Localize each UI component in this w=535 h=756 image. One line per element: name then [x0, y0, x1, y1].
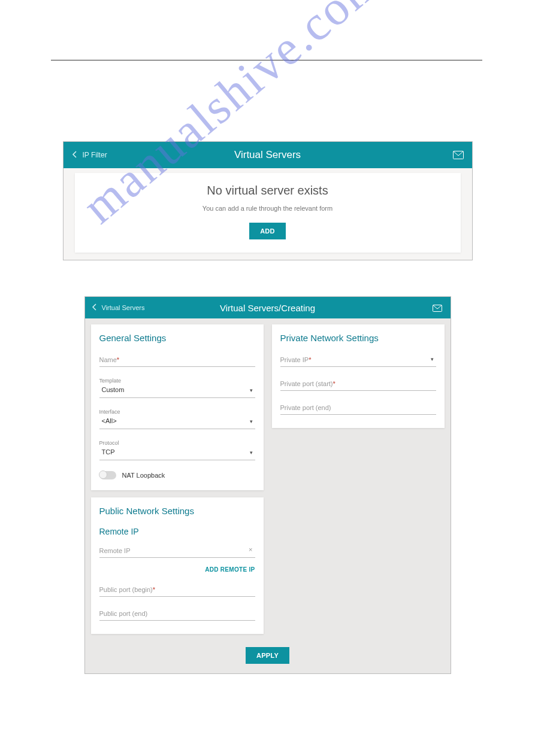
remote-ip-field[interactable]: Remote IP ×	[99, 545, 255, 558]
apply-button[interactable]: APPLY	[246, 647, 289, 664]
nat-loopback-toggle[interactable]	[99, 471, 116, 479]
remote-ip-label: Remote IP	[99, 547, 131, 554]
template-label: Template	[99, 378, 255, 384]
protocol-select[interactable]: Protocol TCP ▾	[99, 440, 255, 460]
template-value: Custom	[99, 385, 255, 396]
page-title: Virtual Servers/Creating	[220, 303, 315, 313]
empty-heading: No virtual server exists	[81, 184, 455, 198]
name-label: Name	[99, 356, 117, 363]
virtual-servers-creating-panel: Virtual Servers Virtual Servers/Creating…	[84, 296, 451, 674]
private-network-settings-card: Private Network Settings Private IP* ▾ P…	[272, 324, 445, 428]
chevron-left-icon	[72, 150, 78, 160]
mail-icon[interactable]	[433, 303, 443, 312]
back-label: Virtual Servers	[102, 304, 145, 311]
chevron-left-icon	[92, 303, 97, 312]
page-divider	[51, 60, 482, 60]
protocol-value: TCP	[99, 447, 255, 458]
private-settings-title: Private Network Settings	[280, 333, 436, 343]
private-port-end-label: Private port (end)	[280, 404, 331, 411]
private-ip-label: Private IP	[280, 356, 309, 363]
virtual-servers-panel: IP Filter Virtual Servers No virtual ser…	[63, 141, 473, 260]
nat-loopback-label: NAT Loopback	[122, 472, 165, 479]
private-port-end-field[interactable]: Private port (end)	[280, 402, 436, 415]
public-port-begin-field[interactable]: Public port (begin)*	[99, 584, 255, 597]
public-network-settings-card: Public Network Settings Remote IP Remote…	[91, 497, 264, 634]
mail-icon[interactable]	[453, 151, 464, 159]
interface-label: Interface	[99, 409, 255, 415]
required-mark: *	[333, 380, 335, 387]
empty-state-card: No virtual server exists You can add a r…	[75, 173, 461, 253]
back-label: IP Filter	[83, 151, 107, 159]
page-title: Virtual Servers	[234, 149, 301, 161]
interface-select[interactable]: Interface <All> ▾	[99, 409, 255, 429]
required-mark: *	[117, 356, 119, 363]
interface-value: <All>	[99, 416, 255, 427]
back-ip-filter[interactable]: IP Filter	[72, 150, 107, 160]
name-field[interactable]: Name*	[99, 354, 255, 367]
public-port-end-field[interactable]: Public port (end)	[99, 608, 255, 621]
header-bar: Virtual Servers Virtual Servers/Creating	[85, 297, 451, 318]
back-virtual-servers[interactable]: Virtual Servers	[92, 303, 145, 312]
header-bar: IP Filter Virtual Servers	[64, 142, 472, 168]
template-select[interactable]: Template Custom ▾	[99, 378, 255, 398]
close-icon[interactable]: ×	[249, 546, 252, 553]
empty-subtext: You can add a rule through the relevant …	[81, 205, 455, 212]
public-port-end-label: Public port (end)	[99, 610, 148, 617]
private-port-start-label: Private port (start)	[280, 380, 333, 387]
public-settings-title: Public Network Settings	[99, 506, 255, 516]
private-port-start-field[interactable]: Private port (start)*	[280, 378, 436, 391]
public-port-begin-label: Public port (begin)	[99, 586, 153, 593]
general-settings-card: General Settings Name* Template Custom ▾…	[91, 324, 264, 490]
remote-ip-heading: Remote IP	[99, 527, 255, 536]
chevron-down-icon: ▾	[431, 356, 434, 362]
required-mark: *	[153, 586, 155, 593]
general-settings-title: General Settings	[99, 333, 255, 343]
protocol-label: Protocol	[99, 440, 255, 446]
required-mark: *	[309, 356, 311, 363]
add-button[interactable]: ADD	[249, 223, 286, 239]
private-ip-select[interactable]: Private IP* ▾	[280, 354, 436, 367]
add-remote-ip-button[interactable]: ADD REMOTE IP	[99, 566, 255, 573]
